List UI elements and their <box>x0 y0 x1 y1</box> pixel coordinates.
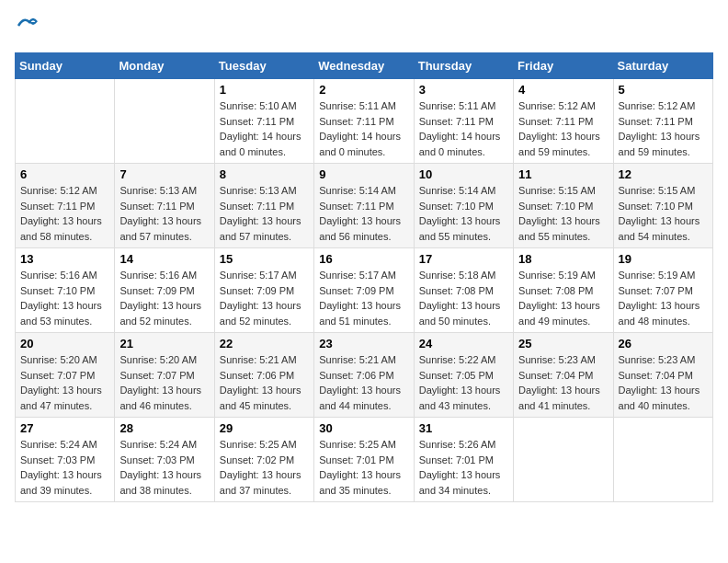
day-of-week-header: Friday <box>514 53 613 79</box>
day-number: 26 <box>619 337 708 350</box>
day-detail: Sunrise: 5:21 AM Sunset: 7:06 PM Dayligh… <box>319 352 408 413</box>
day-number: 4 <box>518 83 608 97</box>
logo-icon <box>17 15 39 37</box>
day-number: 1 <box>220 83 309 97</box>
day-number: 18 <box>518 252 608 266</box>
day-number: 14 <box>119 252 209 266</box>
day-detail: Sunrise: 5:24 AM Sunset: 7:03 PM Dayligh… <box>119 437 209 498</box>
day-of-week-header: Wednesday <box>314 53 414 79</box>
day-detail: Sunrise: 5:12 AM Sunset: 7:11 PM Dayligh… <box>518 98 608 159</box>
calendar-cell: 11Sunrise: 5:15 AM Sunset: 7:10 PM Dayli… <box>514 164 613 248</box>
day-number: 31 <box>419 421 508 435</box>
day-of-week-header: Monday <box>115 53 214 79</box>
day-number: 19 <box>619 252 708 266</box>
day-detail: Sunrise: 5:12 AM Sunset: 7:11 PM Dayligh… <box>619 98 708 159</box>
day-number: 13 <box>20 252 109 266</box>
day-detail: Sunrise: 5:10 AM Sunset: 7:11 PM Dayligh… <box>220 98 309 159</box>
calendar-week-row: 1Sunrise: 5:10 AM Sunset: 7:11 PM Daylig… <box>16 79 713 164</box>
day-detail: Sunrise: 5:25 AM Sunset: 7:01 PM Dayligh… <box>319 437 408 498</box>
day-detail: Sunrise: 5:17 AM Sunset: 7:09 PM Dayligh… <box>319 268 408 328</box>
day-number: 15 <box>220 252 309 266</box>
calendar-cell: 13Sunrise: 5:16 AM Sunset: 7:10 PM Dayli… <box>16 248 115 333</box>
day-detail: Sunrise: 5:20 AM Sunset: 7:07 PM Dayligh… <box>20 352 109 413</box>
day-detail: Sunrise: 5:22 AM Sunset: 7:05 PM Dayligh… <box>419 352 508 413</box>
calendar-cell: 29Sunrise: 5:25 AM Sunset: 7:02 PM Dayli… <box>214 418 313 502</box>
calendar-cell: 5Sunrise: 5:12 AM Sunset: 7:11 PM Daylig… <box>613 79 712 164</box>
day-number: 23 <box>319 337 408 350</box>
day-number: 16 <box>319 252 408 266</box>
day-detail: Sunrise: 5:23 AM Sunset: 7:04 PM Dayligh… <box>619 352 708 413</box>
calendar-cell: 14Sunrise: 5:16 AM Sunset: 7:09 PM Dayli… <box>115 248 214 333</box>
calendar-cell: 16Sunrise: 5:17 AM Sunset: 7:09 PM Dayli… <box>314 248 414 333</box>
day-detail: Sunrise: 5:21 AM Sunset: 7:06 PM Dayligh… <box>220 352 309 413</box>
calendar-cell: 9Sunrise: 5:14 AM Sunset: 7:11 PM Daylig… <box>314 164 414 248</box>
day-of-week-header: Thursday <box>414 53 513 79</box>
calendar-cell: 10Sunrise: 5:14 AM Sunset: 7:10 PM Dayli… <box>414 164 513 248</box>
day-of-week-header: Tuesday <box>214 53 313 79</box>
calendar-week-row: 27Sunrise: 5:24 AM Sunset: 7:03 PM Dayli… <box>16 418 713 502</box>
day-of-week-header: Sunday <box>16 53 115 79</box>
calendar-cell <box>514 418 613 502</box>
calendar-cell: 4Sunrise: 5:12 AM Sunset: 7:11 PM Daylig… <box>514 79 613 164</box>
day-detail: Sunrise: 5:19 AM Sunset: 7:08 PM Dayligh… <box>518 268 608 328</box>
day-detail: Sunrise: 5:14 AM Sunset: 7:11 PM Dayligh… <box>319 183 408 244</box>
calendar-cell: 26Sunrise: 5:23 AM Sunset: 7:04 PM Dayli… <box>613 333 712 418</box>
calendar-cell: 28Sunrise: 5:24 AM Sunset: 7:03 PM Dayli… <box>115 418 214 502</box>
day-number: 24 <box>419 337 508 350</box>
calendar-week-row: 13Sunrise: 5:16 AM Sunset: 7:10 PM Dayli… <box>16 248 713 333</box>
day-of-week-header: Saturday <box>613 53 712 79</box>
calendar-cell: 12Sunrise: 5:15 AM Sunset: 7:10 PM Dayli… <box>613 164 712 248</box>
calendar-cell: 8Sunrise: 5:13 AM Sunset: 7:11 PM Daylig… <box>214 164 313 248</box>
calendar-header-row: SundayMondayTuesdayWednesdayThursdayFrid… <box>16 53 713 79</box>
day-number: 25 <box>518 337 608 350</box>
day-detail: Sunrise: 5:26 AM Sunset: 7:01 PM Dayligh… <box>419 437 508 498</box>
calendar-cell: 7Sunrise: 5:13 AM Sunset: 7:11 PM Daylig… <box>115 164 214 248</box>
calendar-cell: 15Sunrise: 5:17 AM Sunset: 7:09 PM Dayli… <box>214 248 313 333</box>
day-number: 12 <box>619 167 708 181</box>
day-number: 2 <box>319 83 408 97</box>
day-detail: Sunrise: 5:25 AM Sunset: 7:02 PM Dayligh… <box>220 437 309 498</box>
calendar-cell: 17Sunrise: 5:18 AM Sunset: 7:08 PM Dayli… <box>414 248 513 333</box>
day-number: 7 <box>119 167 209 181</box>
day-detail: Sunrise: 5:23 AM Sunset: 7:04 PM Dayligh… <box>518 352 608 413</box>
day-detail: Sunrise: 5:16 AM Sunset: 7:10 PM Dayligh… <box>20 268 109 328</box>
day-number: 29 <box>220 421 309 435</box>
calendar-week-row: 6Sunrise: 5:12 AM Sunset: 7:11 PM Daylig… <box>16 164 713 248</box>
calendar-cell <box>16 79 115 164</box>
day-number: 11 <box>518 167 608 181</box>
calendar-cell: 2Sunrise: 5:11 AM Sunset: 7:11 PM Daylig… <box>314 79 414 164</box>
calendar-cell: 3Sunrise: 5:11 AM Sunset: 7:11 PM Daylig… <box>414 79 513 164</box>
day-detail: Sunrise: 5:13 AM Sunset: 7:11 PM Dayligh… <box>220 183 309 244</box>
calendar-cell: 25Sunrise: 5:23 AM Sunset: 7:04 PM Dayli… <box>514 333 613 418</box>
day-number: 6 <box>20 167 109 181</box>
calendar-cell: 24Sunrise: 5:22 AM Sunset: 7:05 PM Dayli… <box>414 333 513 418</box>
day-detail: Sunrise: 5:13 AM Sunset: 7:11 PM Dayligh… <box>119 183 209 244</box>
calendar-cell <box>115 79 214 164</box>
day-detail: Sunrise: 5:16 AM Sunset: 7:09 PM Dayligh… <box>119 268 209 328</box>
day-number: 10 <box>419 167 508 181</box>
calendar-cell: 31Sunrise: 5:26 AM Sunset: 7:01 PM Dayli… <box>414 418 513 502</box>
calendar-week-row: 20Sunrise: 5:20 AM Sunset: 7:07 PM Dayli… <box>16 333 713 418</box>
day-detail: Sunrise: 5:11 AM Sunset: 7:11 PM Dayligh… <box>419 98 508 159</box>
calendar-cell: 23Sunrise: 5:21 AM Sunset: 7:06 PM Dayli… <box>314 333 414 418</box>
calendar-cell: 27Sunrise: 5:24 AM Sunset: 7:03 PM Dayli… <box>16 418 115 502</box>
day-number: 27 <box>20 421 109 435</box>
calendar-cell: 18Sunrise: 5:19 AM Sunset: 7:08 PM Dayli… <box>514 248 613 333</box>
day-number: 5 <box>619 83 708 97</box>
day-detail: Sunrise: 5:20 AM Sunset: 7:07 PM Dayligh… <box>119 352 209 413</box>
day-number: 17 <box>419 252 508 266</box>
day-detail: Sunrise: 5:17 AM Sunset: 7:09 PM Dayligh… <box>220 268 309 328</box>
day-detail: Sunrise: 5:15 AM Sunset: 7:10 PM Dayligh… <box>518 183 608 244</box>
calendar-cell: 30Sunrise: 5:25 AM Sunset: 7:01 PM Dayli… <box>314 418 414 502</box>
calendar-cell <box>613 418 712 502</box>
page-header <box>15 15 713 41</box>
calendar-cell: 1Sunrise: 5:10 AM Sunset: 7:11 PM Daylig… <box>214 79 313 164</box>
calendar-cell: 20Sunrise: 5:20 AM Sunset: 7:07 PM Dayli… <box>16 333 115 418</box>
calendar-cell: 19Sunrise: 5:19 AM Sunset: 7:07 PM Dayli… <box>613 248 712 333</box>
day-detail: Sunrise: 5:18 AM Sunset: 7:08 PM Dayligh… <box>419 268 508 328</box>
calendar-cell: 21Sunrise: 5:20 AM Sunset: 7:07 PM Dayli… <box>115 333 214 418</box>
day-number: 28 <box>119 421 209 435</box>
day-detail: Sunrise: 5:24 AM Sunset: 7:03 PM Dayligh… <box>20 437 109 498</box>
day-detail: Sunrise: 5:14 AM Sunset: 7:10 PM Dayligh… <box>419 183 508 244</box>
day-number: 20 <box>20 337 109 350</box>
